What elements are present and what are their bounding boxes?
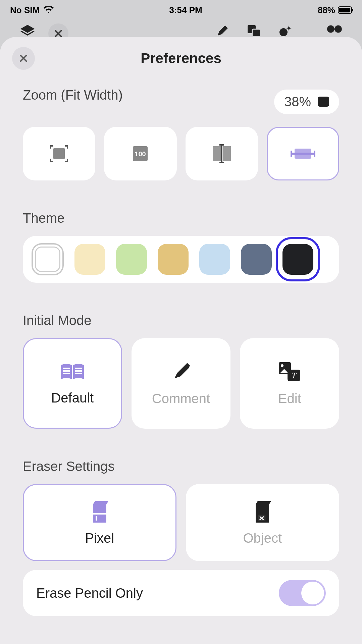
svg-rect-21	[93, 513, 106, 515]
fit-screen-icon	[49, 143, 69, 164]
book-open-icon	[59, 362, 86, 382]
svg-point-18	[281, 364, 283, 367]
theme-picker	[23, 236, 339, 283]
close-button[interactable]	[12, 47, 35, 70]
eraser-pixel-label: Pixel	[85, 531, 114, 546]
zoom-option-fitwidth[interactable]	[267, 127, 339, 180]
svg-text:100: 100	[135, 150, 146, 158]
wifi-icon	[44, 6, 54, 14]
zoom-page-icon	[318, 97, 329, 107]
theme-swatch-slate[interactable]	[241, 244, 272, 275]
mode-comment[interactable]: Comment	[132, 338, 231, 429]
eraser-pixel[interactable]: Pixel	[23, 484, 176, 561]
eraser-object[interactable]: Object	[186, 484, 340, 561]
initial-mode-header: Initial Mode	[23, 313, 339, 328]
erase-pencil-row: Erase Pencil Only	[23, 570, 339, 616]
svg-rect-1	[252, 29, 260, 37]
theme-swatch-tan[interactable]	[158, 244, 189, 275]
battery-icon	[338, 6, 352, 14]
svg-point-2	[279, 28, 288, 36]
mode-default-label: Default	[51, 390, 94, 406]
svg-rect-8	[213, 146, 221, 161]
mode-default[interactable]: Default	[23, 338, 122, 429]
svg-rect-10	[221, 144, 222, 163]
mode-edit[interactable]: T Edit	[240, 338, 339, 429]
cards-icon[interactable]	[247, 23, 261, 38]
mode-edit-label: Edit	[278, 391, 301, 406]
erase-pencil-label: Erase Pencil Only	[36, 586, 143, 601]
eraser-object-label: Object	[243, 531, 282, 546]
pencil-icon[interactable]	[215, 23, 230, 38]
magic-icon[interactable]	[278, 23, 293, 38]
zoom-option-fitheight[interactable]	[186, 127, 258, 180]
svg-rect-14	[291, 153, 315, 155]
svg-rect-11	[219, 144, 224, 146]
zoom-100-icon: 100	[131, 144, 150, 163]
svg-rect-22	[96, 516, 97, 521]
theme-swatch-green[interactable]	[116, 244, 147, 275]
svg-rect-16	[314, 151, 315, 157]
initial-mode-picker: Default Comment T Edit	[23, 338, 339, 429]
edit-image-text-icon: T	[277, 361, 302, 382]
status-bar: No SIM 3:54 PM 88%	[0, 0, 362, 20]
close-icon	[19, 54, 28, 63]
eraser-settings-header: Eraser Settings	[23, 459, 339, 474]
svg-text:T: T	[292, 371, 297, 380]
highlighter-icon	[170, 361, 192, 382]
butterfly-icon[interactable]	[327, 23, 342, 38]
mode-comment-label: Comment	[152, 391, 210, 406]
svg-rect-5	[53, 148, 65, 159]
carrier-label: No SIM	[10, 5, 40, 15]
zoom-option-fitscreen[interactable]	[23, 127, 95, 180]
theme-swatch-blue[interactable]	[199, 244, 230, 275]
eraser-pixel-icon	[90, 500, 109, 524]
theme-swatch-black[interactable]	[282, 244, 313, 275]
fit-height-icon	[210, 144, 234, 164]
zoom-value-pill[interactable]: 38%	[274, 90, 339, 114]
theme-swatch-white[interactable]	[32, 243, 64, 275]
battery-percent: 88%	[318, 5, 335, 15]
zoom-value: 38%	[284, 94, 311, 109]
sheet-title: Preferences	[0, 50, 362, 66]
time-label: 3:54 PM	[169, 5, 202, 15]
zoom-option-100[interactable]: 100	[104, 127, 176, 180]
theme-swatch-cream[interactable]	[74, 244, 105, 275]
eraser-picker: Pixel Object	[23, 484, 339, 561]
svg-point-3	[327, 25, 334, 33]
theme-header: Theme	[23, 211, 339, 226]
svg-point-4	[334, 25, 342, 33]
zoom-options: 100	[23, 127, 339, 180]
svg-rect-12	[219, 162, 224, 163]
layers-icon[interactable]	[20, 23, 35, 38]
eraser-object-icon	[253, 500, 272, 524]
zoom-label: Zoom (Fit Width)	[23, 88, 123, 103]
svg-rect-9	[223, 146, 231, 161]
fit-width-icon	[290, 145, 316, 162]
svg-rect-15	[291, 151, 292, 157]
divider	[310, 24, 310, 38]
erase-pencil-toggle[interactable]	[279, 580, 326, 606]
preferences-sheet: Preferences Zoom (Fit Width) 38% 100	[0, 37, 362, 644]
